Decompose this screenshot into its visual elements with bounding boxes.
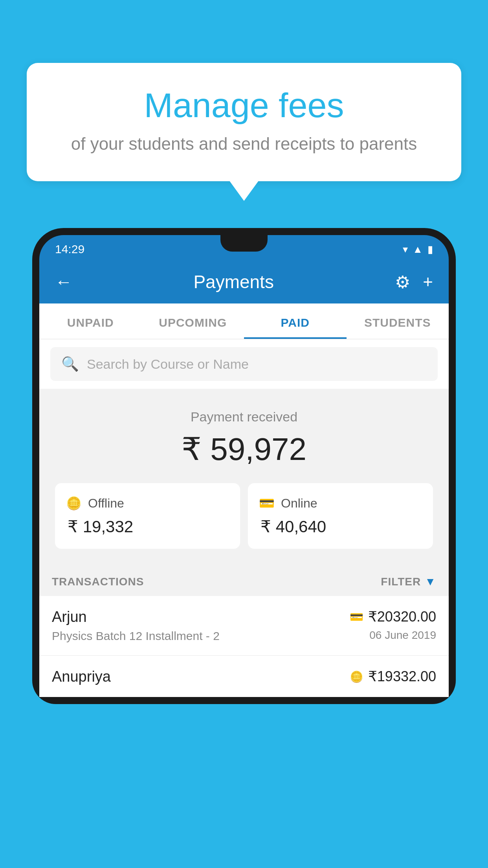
online-icon: 💳: [259, 496, 275, 511]
phone-mockup: 14:29 ▾ ▲ ▮ ← Payments ⚙ + UNPAID UPCOMI…: [32, 228, 456, 868]
transaction-name: Arjun: [52, 609, 350, 625]
header-title: Payments: [193, 271, 274, 292]
status-icons: ▾ ▲ ▮: [403, 243, 433, 256]
offline-card-header: 🪙 Offline: [66, 496, 229, 511]
tab-students[interactable]: STUDENTS: [347, 303, 449, 339]
add-icon[interactable]: +: [423, 272, 433, 292]
tab-upcoming[interactable]: UPCOMING: [142, 303, 244, 339]
offline-icon: 🪙: [66, 496, 82, 511]
notch: [220, 235, 268, 252]
amount-row: 🪙 ₹19332.00: [350, 668, 436, 685]
transactions-label: TRANSACTIONS: [52, 576, 144, 588]
offline-amount: ₹ 19,332: [66, 517, 229, 536]
transaction-amount-info: 💳 ₹20320.00 06 June 2019: [350, 609, 436, 642]
payment-received-section: Payment received ₹ 59,972 🪙 Offline ₹ 19…: [39, 389, 449, 565]
transactions-header: TRANSACTIONS FILTER ▼: [39, 565, 449, 596]
header-actions: ⚙ +: [395, 272, 433, 292]
bubble-title: Manage fees: [58, 86, 430, 125]
filter-label: FILTER: [381, 576, 421, 588]
search-input[interactable]: Search by Course or Name: [87, 357, 249, 372]
payment-received-label: Payment received: [55, 409, 433, 425]
offline-payment-card: 🪙 Offline ₹ 19,332: [55, 483, 240, 549]
transaction-name: Anupriya: [52, 668, 350, 685]
filter-button[interactable]: FILTER ▼: [381, 576, 436, 588]
status-bar: 14:29 ▾ ▲ ▮: [39, 235, 449, 263]
back-button[interactable]: ←: [55, 272, 72, 292]
settings-icon[interactable]: ⚙: [395, 272, 410, 292]
offline-label: Offline: [88, 496, 124, 511]
wifi-icon: ▾: [403, 243, 408, 256]
app-header: ← Payments ⚙ +: [39, 263, 449, 303]
payment-cards: 🪙 Offline ₹ 19,332 💳 Online ₹ 40,640: [55, 483, 433, 549]
card-icon: 💳: [350, 611, 363, 623]
table-row[interactable]: Arjun Physics Batch 12 Installment - 2 💳…: [39, 596, 449, 656]
cash-icon: 🪙: [350, 670, 363, 683]
online-payment-card: 💳 Online ₹ 40,640: [248, 483, 433, 549]
transaction-amount: ₹19332.00: [368, 668, 436, 685]
amount-row: 💳 ₹20320.00: [350, 609, 436, 625]
tab-unpaid[interactable]: UNPAID: [39, 303, 142, 339]
phone-screen: UNPAID UPCOMING PAID STUDENTS 🔍 Search b…: [39, 303, 449, 697]
tab-paid[interactable]: PAID: [244, 303, 347, 339]
search-icon: 🔍: [61, 356, 79, 372]
tabs-bar: UNPAID UPCOMING PAID STUDENTS: [39, 303, 449, 339]
bubble-subtitle: of your students and send receipts to pa…: [58, 134, 430, 154]
filter-icon: ▼: [425, 576, 436, 588]
status-time: 14:29: [55, 243, 84, 256]
table-row[interactable]: Anupriya 🪙 ₹19332.00: [39, 656, 449, 697]
transaction-amount-info: 🪙 ₹19332.00: [350, 668, 436, 689]
transaction-date: 06 June 2019: [350, 629, 436, 642]
online-card-header: 💳 Online: [259, 496, 422, 511]
battery-icon: ▮: [427, 243, 433, 256]
online-label: Online: [281, 496, 317, 511]
search-box[interactable]: 🔍 Search by Course or Name: [50, 347, 438, 381]
signal-icon: ▲: [413, 243, 423, 256]
transaction-info: Anupriya: [52, 668, 350, 689]
transaction-amount: ₹20320.00: [368, 609, 436, 625]
search-container: 🔍 Search by Course or Name: [39, 339, 449, 389]
phone-frame: 14:29 ▾ ▲ ▮ ← Payments ⚙ + UNPAID UPCOMI…: [32, 228, 456, 704]
online-amount: ₹ 40,640: [259, 517, 422, 536]
transaction-info: Arjun Physics Batch 12 Installment - 2: [52, 609, 350, 643]
transaction-detail: Physics Batch 12 Installment - 2: [52, 629, 350, 643]
payment-total-amount: ₹ 59,972: [55, 431, 433, 467]
speech-bubble: Manage fees of your students and send re…: [27, 63, 461, 181]
